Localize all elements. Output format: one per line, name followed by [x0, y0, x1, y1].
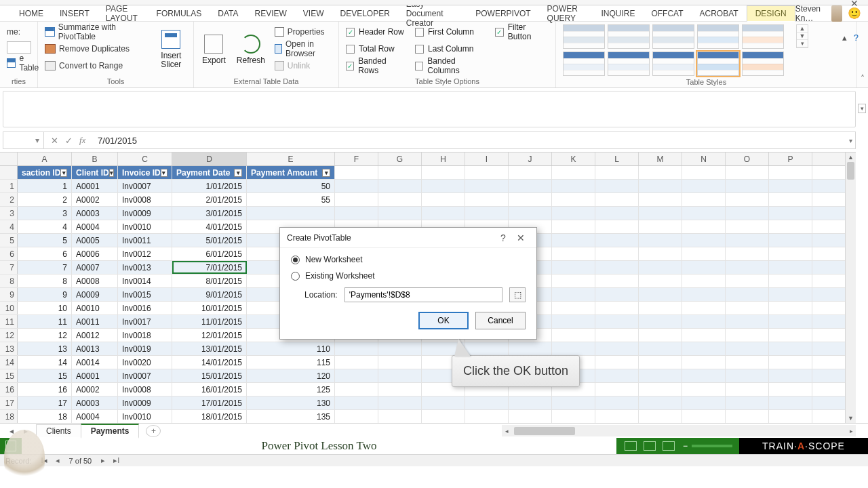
- table-header[interactable]: Invoice ID▾: [118, 166, 172, 179]
- cell[interactable]: A0011: [72, 315, 118, 328]
- band-dropdown-icon[interactable]: ▾: [858, 104, 866, 113]
- collapse-ribbon-icon[interactable]: ˄: [857, 22, 868, 87]
- style-thumb[interactable]: [742, 52, 784, 76]
- cell[interactable]: Inv0011: [118, 234, 172, 247]
- cell[interactable]: [726, 261, 769, 274]
- cell[interactable]: Inv0020: [118, 356, 172, 369]
- cell[interactable]: [726, 274, 769, 287]
- cell[interactable]: 125: [247, 383, 335, 396]
- tab-developer[interactable]: DEVELOPER: [332, 5, 398, 22]
- cell[interactable]: [682, 180, 726, 192]
- row-header[interactable]: 6: [0, 247, 18, 260]
- dialog-help-icon[interactable]: ?: [494, 232, 512, 243]
- table-row[interactable]: 1515A0001Inv000715/01/2015120: [0, 369, 856, 383]
- window-close-icon[interactable]: ✕: [850, 0, 859, 9]
- cell[interactable]: [335, 356, 378, 369]
- cell[interactable]: [422, 193, 465, 206]
- cell[interactable]: Inv0017: [118, 315, 172, 328]
- cell[interactable]: [552, 302, 595, 314]
- cell[interactable]: 15/01/2015: [172, 369, 247, 382]
- cell[interactable]: 13/01/2015: [172, 342, 247, 355]
- cell[interactable]: 9/01/2015: [172, 288, 247, 301]
- cell[interactable]: [639, 369, 682, 382]
- cell[interactable]: [726, 396, 769, 409]
- style-thumb[interactable]: [652, 52, 694, 76]
- column-header[interactable]: F: [335, 152, 378, 165]
- cell[interactable]: [639, 234, 682, 247]
- cell[interactable]: [639, 274, 682, 287]
- name-box[interactable]: ▾: [3, 132, 44, 148]
- cell[interactable]: [682, 329, 726, 342]
- cell[interactable]: [682, 369, 726, 382]
- cell[interactable]: [422, 410, 465, 423]
- cell[interactable]: [595, 356, 639, 369]
- cell[interactable]: [509, 396, 552, 409]
- row-header[interactable]: 3: [0, 207, 18, 220]
- cell[interactable]: [769, 369, 812, 382]
- style-thumb[interactable]: [652, 24, 694, 49]
- cell[interactable]: [595, 396, 639, 409]
- cell[interactable]: [509, 193, 552, 206]
- cell[interactable]: [378, 410, 422, 423]
- zoom-out-icon[interactable]: −: [683, 441, 688, 451]
- cell[interactable]: [726, 369, 769, 382]
- cell[interactable]: [682, 247, 726, 260]
- cell[interactable]: 3/01/2015: [172, 207, 247, 220]
- row-header[interactable]: 4: [0, 220, 18, 233]
- cell[interactable]: 18/01/2015: [172, 410, 247, 423]
- cell[interactable]: 15: [18, 369, 72, 382]
- cell[interactable]: Inv0019: [118, 342, 172, 355]
- cell[interactable]: A0010: [72, 302, 118, 314]
- column-header[interactable]: O: [726, 152, 769, 165]
- row-header[interactable]: 13: [0, 342, 18, 355]
- cell[interactable]: Inv0009: [118, 207, 172, 220]
- cell[interactable]: [595, 383, 639, 396]
- cell[interactable]: [465, 193, 509, 206]
- option-total-row[interactable]: Total Row: [346, 41, 406, 56]
- cell[interactable]: A0001: [72, 369, 118, 382]
- cell[interactable]: [769, 261, 812, 274]
- cell[interactable]: [639, 193, 682, 206]
- cell[interactable]: [639, 315, 682, 328]
- filter-dropdown-icon[interactable]: ▾: [60, 169, 67, 177]
- cell[interactable]: Inv0012: [118, 247, 172, 260]
- cell[interactable]: [335, 207, 378, 220]
- filter-dropdown-icon[interactable]: ▾: [109, 169, 114, 177]
- cell[interactable]: [726, 356, 769, 369]
- cell[interactable]: [509, 207, 552, 220]
- cell[interactable]: A0007: [72, 261, 118, 274]
- ok-button[interactable]: OK: [418, 312, 469, 329]
- cell[interactable]: [552, 288, 595, 301]
- style-thumb[interactable]: [563, 52, 605, 76]
- cell[interactable]: [726, 288, 769, 301]
- cell[interactable]: A0004: [72, 220, 118, 233]
- cell[interactable]: [552, 396, 595, 409]
- cell[interactable]: [726, 342, 769, 355]
- cell[interactable]: [726, 220, 769, 233]
- cell[interactable]: [769, 356, 812, 369]
- cell[interactable]: [682, 261, 726, 274]
- scroll-thumb[interactable]: [847, 162, 854, 180]
- scroll-up-icon[interactable]: ▲: [846, 152, 856, 162]
- filter-dropdown-icon[interactable]: ▾: [234, 169, 242, 177]
- cell[interactable]: [552, 342, 595, 355]
- summarize-pivottable-button[interactable]: Summarize with PivotTable: [45, 24, 146, 39]
- cell[interactable]: [769, 410, 812, 423]
- cell[interactable]: 12/01/2015: [172, 329, 247, 342]
- table-name-input[interactable]: [7, 41, 31, 54]
- style-thumb[interactable]: [742, 24, 784, 49]
- cell[interactable]: [639, 302, 682, 314]
- cell[interactable]: 4: [18, 220, 72, 233]
- cell[interactable]: 3: [18, 207, 72, 220]
- style-thumb[interactable]: [563, 24, 605, 49]
- option-header-row[interactable]: ✓Header Row: [346, 24, 406, 39]
- properties-button[interactable]: Properties: [275, 24, 332, 39]
- cell[interactable]: A0006: [72, 247, 118, 260]
- row-header[interactable]: 2: [0, 193, 18, 206]
- table-row[interactable]: 1818A0004Inv001018/01/2015135: [0, 410, 856, 423]
- cell[interactable]: 115: [247, 356, 335, 369]
- cell[interactable]: [595, 274, 639, 287]
- cell[interactable]: [595, 329, 639, 342]
- cell[interactable]: [639, 329, 682, 342]
- cell[interactable]: 16/01/2015: [172, 383, 247, 396]
